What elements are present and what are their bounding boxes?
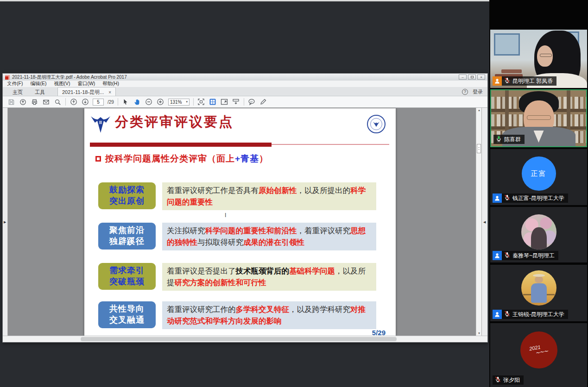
- avatar: [521, 270, 556, 306]
- tab-close-icon[interactable]: ×: [108, 90, 111, 95]
- participant-tile[interactable]: 正富钱正富-昆明理工大学: [490, 149, 587, 205]
- row-label: 共性导向交叉融通: [98, 301, 156, 328]
- participant-name-bar: 王锦锐-昆明理工大学: [493, 310, 568, 319]
- participant-name: 钱正富-昆明理工大学: [512, 194, 564, 202]
- select-tool-icon[interactable]: [122, 98, 130, 106]
- profile-badge-icon: [493, 251, 502, 260]
- menu-bar: 文件(F)编辑(E)视图(V)窗口(W)帮助(H): [3, 81, 487, 87]
- university-seal-icon: [367, 115, 386, 133]
- print-icon[interactable]: [31, 98, 38, 106]
- participant-tile[interactable]: 陈喜群: [490, 89, 587, 147]
- menu-item[interactable]: 窗口(W): [77, 81, 95, 87]
- profile-badge-icon: [493, 310, 502, 319]
- page-thumbnails-icon[interactable]: [209, 98, 217, 106]
- right-pane-toggle-icon[interactable]: ◀: [483, 220, 486, 224]
- tab-home[interactable]: 主页: [6, 87, 29, 96]
- mic-active-icon: [496, 136, 502, 143]
- save-icon[interactable]: [7, 98, 15, 106]
- previous-page-icon[interactable]: [70, 98, 77, 106]
- participant-name: 张夕阳: [503, 376, 520, 384]
- slide-bullet-heading: 按科学问题属性分类评审（面上+青基）: [95, 153, 268, 165]
- participant-name: 昆明理工 郭凤香: [512, 77, 553, 85]
- row-content: 关注拟研究科学问题的重要性和前沿性，着重评议研究思想的独特性与拟取得研究成果的潜…: [162, 223, 376, 250]
- zoom-in-icon[interactable]: [157, 98, 164, 106]
- zoom-level-value: 131%: [170, 100, 182, 105]
- participant-tile[interactable]: 2021〜〜〜张夕阳: [490, 323, 587, 387]
- participant-tile[interactable]: 昆明理工 郭凤香: [490, 30, 587, 88]
- acrobat-app-icon: [5, 75, 10, 80]
- comment-icon[interactable]: [248, 98, 256, 106]
- menu-item[interactable]: 视图(V): [54, 81, 70, 87]
- row-label: 需求牵引突破瓶颈: [98, 263, 156, 290]
- zoom-out-icon[interactable]: [145, 98, 153, 106]
- share-icon[interactable]: [19, 98, 27, 106]
- vertical-scrollbar[interactable]: ▲ ▼: [476, 108, 481, 336]
- toolbars-menu-icon[interactable]: [232, 98, 240, 106]
- tab-bar: 主页 工具 2021-11-18-昆明... × ? 登录: [3, 87, 487, 96]
- help-icon[interactable]: ?: [462, 89, 468, 95]
- hand-tool-icon[interactable]: [133, 98, 141, 106]
- minimize-button[interactable]: –: [459, 75, 467, 80]
- chevron-down-icon: ▾: [186, 100, 188, 104]
- tab-tools[interactable]: 工具: [29, 87, 51, 96]
- tab-document-label: 2021-11-18-昆明...: [62, 89, 104, 96]
- mic-muted-icon: [504, 252, 510, 259]
- text-cursor: I: [225, 212, 226, 218]
- vertical-scroll-thumb[interactable]: [477, 144, 481, 153]
- row-content: 着重评议是否提出了技术瓶颈背后的基础科学问题，以及所提研究方案的创新性和可行性: [162, 263, 376, 291]
- meeting-screen: { "acrobat": { "window_title": "2021-11-…: [0, 0, 588, 387]
- right-pane-strip[interactable]: ◀: [481, 108, 487, 336]
- pdf-page: 分类评审评议要点 按科学问题属性分类评审（面上+青基） 鼓励探索突出原创着重评议…: [84, 108, 396, 336]
- fullscreen-icon[interactable]: [221, 98, 228, 106]
- document-view-area: ▶ 分类评审评议要点 按科学问题属性分类评审（面上+青基） 鼓励探索突出原创着重…: [3, 108, 487, 336]
- toolbar-separator: [118, 98, 118, 106]
- row-label: 聚焦前沿独辟蹊径: [98, 223, 156, 250]
- row-content: 着重评议研究工作是否具有原始创新性，以及所提出的科学问题的重要性: [162, 182, 376, 210]
- navigation-pane-strip[interactable]: ▶: [3, 108, 8, 336]
- participant-name-bar: 钱正富-昆明理工大学: [493, 194, 568, 203]
- slide-title: 分类评审评议要点: [115, 113, 234, 131]
- participant-name-bar: 秦雅琴~昆明理工: [493, 251, 558, 260]
- window-title: 2021-11-18-昆明理工大学.pdf - Adobe Acrobat Pr…: [12, 74, 127, 81]
- avatar: 正富: [522, 156, 556, 191]
- restore-icon: [471, 76, 474, 78]
- profile-badge-icon: [493, 194, 502, 203]
- avatar: 2021〜〜〜: [520, 331, 557, 368]
- mic-muted-icon: [504, 194, 510, 202]
- tab-document[interactable]: 2021-11-18-昆明... ×: [57, 87, 116, 96]
- search-icon[interactable]: [54, 98, 62, 106]
- menu-item[interactable]: 帮助(H): [102, 81, 119, 87]
- row-label: 鼓励探索突出原创: [98, 182, 156, 209]
- menu-item[interactable]: 文件(F): [7, 81, 23, 87]
- participant-tile[interactable]: 王锦锐-昆明理工大学: [490, 265, 587, 321]
- horizontal-scrollbar[interactable]: [3, 336, 487, 342]
- profile-badge-icon: [493, 76, 502, 86]
- mic-muted-icon: [504, 77, 510, 85]
- nav-pane-toggle-icon[interactable]: ▶: [4, 220, 6, 224]
- slide-page-number: 5/29: [372, 329, 386, 336]
- university-logo-icon: [90, 115, 111, 137]
- fit-page-icon[interactable]: [197, 98, 205, 106]
- next-page-icon[interactable]: [81, 98, 89, 106]
- toolbar-separator: [65, 98, 66, 106]
- participant-name-bar: 张夕阳: [493, 375, 524, 385]
- toolbar: 5 /29 131% ▾: [3, 96, 487, 108]
- mic-muted-icon: [504, 311, 510, 318]
- acrobat-window: 2021-11-18-昆明理工大学.pdf - Adobe Acrobat Pr…: [2, 73, 488, 343]
- title-underline-bar: [90, 143, 272, 147]
- page-total-label: /29: [107, 100, 114, 105]
- bullet-square-icon: [95, 156, 101, 162]
- close-button[interactable]: ×: [477, 75, 485, 80]
- participant-name: 秦雅琴~昆明理工: [512, 252, 555, 260]
- menu-item[interactable]: 编辑(E): [30, 81, 46, 87]
- sign-in-link[interactable]: 登录: [473, 88, 483, 95]
- horizontal-scroll-thumb[interactable]: [81, 337, 397, 341]
- page-number-input[interactable]: 5: [93, 99, 104, 106]
- slide-bullet-text: 按科学问题属性分类评审（面上+青基）: [105, 153, 268, 165]
- pencil-icon[interactable]: [259, 98, 267, 106]
- participant-tile[interactable]: 秦雅琴~昆明理工: [490, 207, 587, 262]
- email-icon[interactable]: [42, 98, 50, 106]
- restore-button[interactable]: [468, 75, 476, 80]
- zoom-level-select[interactable]: 131% ▾: [168, 99, 190, 106]
- participant-name: 王锦锐-昆明理工大学: [512, 311, 564, 318]
